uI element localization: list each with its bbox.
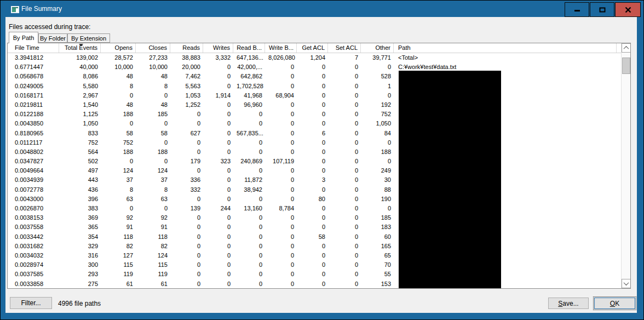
table-row[interactable]: 0.0049664497124124000000249 xyxy=(8,166,622,175)
column-header-closes[interactable]: Closes xyxy=(136,43,170,53)
table-row[interactable]: 0.05686788,08648487,4620642,862000528 xyxy=(8,72,622,81)
column-header-reads[interactable]: Reads xyxy=(170,43,203,53)
cell: 1,050 xyxy=(59,119,101,128)
scrollbar-thumb[interactable] xyxy=(622,58,630,74)
cell: 502 xyxy=(59,157,101,166)
cell: 0 xyxy=(233,119,265,128)
cell: 0.0122188 xyxy=(8,110,59,119)
cell: 0 xyxy=(328,138,361,147)
column-header-other[interactable]: Other xyxy=(361,43,394,53)
table-row[interactable]: 0.007277843688332038,94200088 xyxy=(8,185,622,195)
table-row[interactable]: 0.0048802564188188000000188 xyxy=(8,147,622,157)
cell: 13,160 xyxy=(233,204,265,213)
cell: 0 xyxy=(297,119,328,128)
close-button[interactable] xyxy=(615,2,641,17)
cell: 0 xyxy=(265,62,297,72)
table-body: 3.3941812139,00228,57227,23338,8833,3326… xyxy=(8,53,622,289)
cell: 0 xyxy=(328,232,361,242)
tab-by-path[interactable]: By Path xyxy=(9,32,38,43)
table-row[interactable]: 0.00316823298282000000165 xyxy=(8,242,622,251)
cell: 0 xyxy=(328,91,361,100)
cell: 332 xyxy=(170,185,203,195)
table-row[interactable]: 0.0033442354118118000058060 xyxy=(8,232,622,242)
table-row[interactable]: 0.02198111,54048481,252096,960000192 xyxy=(8,100,622,110)
minimize-button[interactable] xyxy=(565,2,589,17)
chevron-up-icon xyxy=(624,46,629,52)
table-row[interactable]: 0.01221881,125188185000000752 xyxy=(8,110,622,119)
cell: 0 xyxy=(265,100,297,110)
cell: 0 xyxy=(265,185,297,195)
cell: 8 xyxy=(101,185,136,195)
cell: 65 xyxy=(361,251,394,260)
column-header-writes[interactable]: Writes xyxy=(203,43,233,53)
column-header-get-acl[interactable]: Get ACL xyxy=(297,43,328,53)
cell: 183 xyxy=(361,222,394,232)
cell: 0 xyxy=(203,232,233,242)
cell: 0 xyxy=(297,100,328,110)
column-header-path[interactable]: Path xyxy=(394,43,617,53)
table-row[interactable]: 0.00268703830013924413,1608,784000 xyxy=(8,204,622,213)
cell: 365 xyxy=(59,222,101,232)
table-row[interactable]: 0.002897430011511500000070 xyxy=(8,260,622,270)
table-row[interactable]: 0.00438501,050000000001,050 xyxy=(8,119,622,128)
column-header-file-time[interactable]: File Time xyxy=(8,43,59,53)
cell: 0 xyxy=(328,222,361,232)
cell: 0.0043000 xyxy=(8,195,59,204)
table-row[interactable]: 0.01681712,967001,0531,91441,96868,90400… xyxy=(8,91,622,100)
cell: 0 xyxy=(328,279,361,289)
cell: 6 xyxy=(297,129,328,138)
table-row[interactable]: 0.00375583659191000000183 xyxy=(8,222,622,232)
table-row[interactable]: 0.00338582756161000000153 xyxy=(8,279,622,289)
column-header-write-b[interactable]: Write B... xyxy=(265,43,297,53)
table-row[interactable]: 0.02490055,580885,56301,702,5280001 xyxy=(8,82,622,91)
scroll-up-button[interactable] xyxy=(622,43,631,53)
table-row[interactable]: 0.003403231612712400000065 xyxy=(8,251,622,260)
cell: 0 xyxy=(203,195,233,204)
table-row[interactable]: 0.00349394433737336011,87203030 xyxy=(8,175,622,185)
tab-by-extension[interactable]: By Extension xyxy=(67,33,110,43)
vertical-scrollbar[interactable] xyxy=(621,43,630,288)
file-list: File TimeTotal EventsOpensClosesReadsWri… xyxy=(7,43,631,289)
column-header-read-b[interactable]: Read B... xyxy=(233,43,265,53)
cell: 0.0049664 xyxy=(8,166,59,175)
table-row[interactable]: 0.003758529311911900000055 xyxy=(8,270,622,279)
filter-button[interactable]: Filter... xyxy=(10,297,52,309)
cell: 80 xyxy=(297,195,328,204)
ok-button[interactable]: OK xyxy=(594,298,635,309)
cell: 0 xyxy=(203,72,233,81)
tab-by-folder[interactable]: By Folder xyxy=(38,33,67,43)
cell: 0 xyxy=(361,91,394,100)
cell: 0 xyxy=(101,204,136,213)
table-row[interactable]: 0.818096583358586270567,835...06084 xyxy=(8,129,622,138)
cell: 58 xyxy=(297,232,328,242)
cell: 1,702,528 xyxy=(233,82,265,91)
titlebar[interactable]: File Summary xyxy=(1,1,643,17)
cell: 0 xyxy=(328,175,361,185)
cell: 61 xyxy=(101,279,136,289)
cell: 82 xyxy=(101,242,136,251)
cell: 0 xyxy=(265,213,297,222)
cell: 369 xyxy=(59,213,101,222)
cell: 0 xyxy=(203,222,233,232)
cell: 0 xyxy=(203,185,233,195)
maximize-button[interactable] xyxy=(590,2,614,17)
cell: 0 xyxy=(170,222,203,232)
cell: 0.0038153 xyxy=(8,213,59,222)
cell: 42,000,... xyxy=(233,62,265,72)
table-row[interactable]: 0.004300039663630000800190 xyxy=(8,195,622,204)
cell: 127 xyxy=(101,251,136,260)
cell: 0.0168171 xyxy=(8,91,59,100)
table-row[interactable]: 0.034782750200179323240,869107,119000 xyxy=(8,157,622,166)
scroll-down-button[interactable] xyxy=(622,279,631,288)
column-header-opens[interactable]: Opens xyxy=(101,43,136,53)
cell: 0 xyxy=(265,119,297,128)
table-row[interactable]: 0.677144740,00010,00010,00020,000042,000… xyxy=(8,62,622,72)
save-button[interactable]: Save... xyxy=(548,298,589,309)
table-row[interactable]: 0.011211775275200000000 xyxy=(8,138,622,147)
table-row[interactable]: 0.00381533699292000000185 xyxy=(8,213,622,222)
cell: 0 xyxy=(170,138,203,147)
column-header-set-acl[interactable]: Set ACL xyxy=(328,43,361,53)
cell: 497 xyxy=(59,166,101,175)
cell: 0.8180965 xyxy=(8,129,59,138)
table-row[interactable]: 3.3941812139,00228,57227,23338,8833,3326… xyxy=(8,53,622,62)
